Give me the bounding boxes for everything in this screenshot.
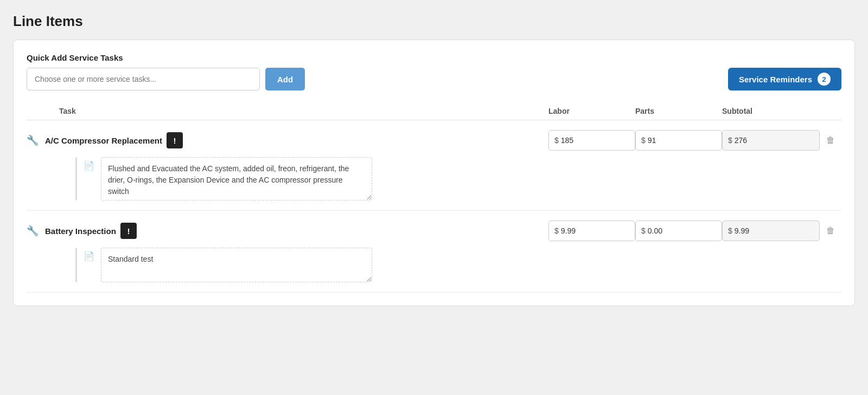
col-task: Task xyxy=(59,107,548,115)
service-task-input[interactable] xyxy=(27,68,260,90)
col-subtotal: Subtotal xyxy=(722,107,820,115)
line-item-battery: 🔧 Battery Inspection ! $ $ $ 9.99 xyxy=(27,211,841,293)
task-name-cell: 🔧 A/C Compressor Replacement ! xyxy=(27,132,548,148)
left-border xyxy=(75,157,77,200)
delete-button-ac[interactable]: 🗑 xyxy=(820,133,841,147)
quick-add-row: Add Service Reminders 2 xyxy=(27,68,841,90)
parts-input-wrapper-battery: $ xyxy=(635,221,722,241)
dollar-sign: $ xyxy=(554,226,559,235)
service-reminders-badge: 2 xyxy=(818,73,831,86)
dollar-sign: $ xyxy=(554,136,559,145)
col-parts: Parts xyxy=(635,107,722,115)
col-labor: Labor xyxy=(548,107,635,115)
labor-input-ac[interactable] xyxy=(561,136,604,145)
dollar-sign: $ xyxy=(641,136,646,145)
table-header: Task Labor Parts Subtotal xyxy=(27,101,841,120)
labor-input-battery[interactable] xyxy=(561,226,604,235)
parts-input-ac[interactable] xyxy=(648,136,691,145)
description-area-ac: 📄 Flushed and Evacuated the AC system, a… xyxy=(27,157,841,200)
doc-icon: 📄 xyxy=(84,160,94,171)
subtotal-wrapper-battery: $ 9.99 xyxy=(722,221,820,241)
quick-add-left: Add xyxy=(27,68,305,90)
add-button[interactable]: Add xyxy=(265,68,305,90)
task-name-cell: 🔧 Battery Inspection ! xyxy=(27,223,548,239)
description-textarea-battery[interactable]: Standard test xyxy=(101,248,372,282)
subtotal-value-battery: 9.99 xyxy=(735,226,749,235)
subtotal-wrapper-ac: $ 276 xyxy=(722,130,820,151)
task-name: Battery Inspection xyxy=(45,226,116,236)
line-item-row: 🔧 A/C Compressor Replacement ! $ $ $ 276 xyxy=(27,130,841,151)
service-reminders-label: Service Reminders xyxy=(739,75,812,84)
quick-add-label: Quick Add Service Tasks xyxy=(27,53,841,62)
doc-icon: 📄 xyxy=(84,251,94,261)
left-border xyxy=(75,248,77,282)
labor-input-wrapper-battery: $ xyxy=(548,221,635,241)
info-button-ac[interactable]: ! xyxy=(167,132,183,148)
task-name: A/C Compressor Replacement xyxy=(45,136,162,145)
parts-input-wrapper-ac: $ xyxy=(635,130,722,151)
line-item-row: 🔧 Battery Inspection ! $ $ $ 9.99 xyxy=(27,221,841,241)
subtotal-value-ac: 276 xyxy=(735,136,747,145)
wrench-icon: 🔧 xyxy=(27,225,39,237)
line-item-ac-compressor: 🔧 A/C Compressor Replacement ! $ $ $ 276 xyxy=(27,120,841,211)
info-button-battery[interactable]: ! xyxy=(120,223,137,239)
delete-button-battery[interactable]: 🗑 xyxy=(820,224,841,238)
parts-input-battery[interactable] xyxy=(648,226,691,235)
dollar-sign: $ xyxy=(728,136,732,145)
description-area-battery: 📄 Standard test xyxy=(27,248,841,282)
page-title: Line Items xyxy=(13,13,855,30)
line-items-card: Quick Add Service Tasks Add Service Remi… xyxy=(13,40,855,306)
wrench-icon: 🔧 xyxy=(27,134,39,146)
dollar-sign: $ xyxy=(728,226,732,235)
labor-input-wrapper-ac: $ xyxy=(548,130,635,151)
description-textarea-ac[interactable]: Flushed and Evacuated the AC system, add… xyxy=(101,157,372,200)
dollar-sign: $ xyxy=(641,226,646,235)
quick-add-section: Quick Add Service Tasks Add Service Remi… xyxy=(27,53,841,90)
service-reminders-button[interactable]: Service Reminders 2 xyxy=(728,68,841,90)
